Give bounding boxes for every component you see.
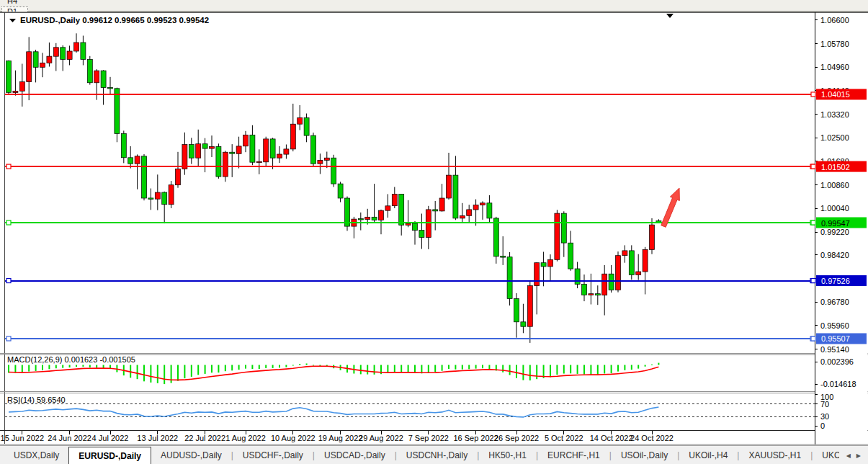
candle-up (67, 51, 72, 60)
candle-down (501, 256, 506, 258)
candle-up (318, 160, 323, 164)
chart-tab-hk50-h1[interactable]: HK50-,H1 (479, 446, 536, 464)
chart-canvas: 1.066001.057801.049601.041401.033201.025… (0, 0, 868, 464)
candle-up (284, 149, 289, 154)
rsi-tick-label: 30 (820, 412, 829, 421)
chart-tab-eurusd-daily[interactable]: EURUSD-,Daily (68, 447, 151, 464)
date-label: 29 Aug 2022 (359, 434, 403, 442)
candle-up (622, 251, 627, 256)
date-label: 1 Aug 2022 (225, 434, 266, 442)
candle-down (81, 43, 86, 60)
candle-down (358, 219, 363, 220)
chart-tab-ukoil-daily[interactable]: UKOil-,Daily (813, 446, 838, 464)
candle-down (595, 294, 600, 295)
candle-down (582, 285, 587, 295)
macd-label: MACD(12,26,9) 0.001623 -0.001505 (7, 355, 135, 364)
candle-up (290, 124, 295, 149)
candle-up (74, 43, 79, 51)
line-handle[interactable] (811, 336, 815, 341)
chart-tab-xauusd-h1[interactable]: XAUUSD-,H1 (739, 446, 810, 464)
price-tick-label: 1.00040 (820, 204, 849, 213)
candle-down (575, 269, 580, 285)
candle-up (460, 215, 465, 218)
candle-down (270, 139, 275, 158)
candle-up (236, 146, 241, 153)
rsi-tick-label: 70 (820, 400, 829, 409)
date-label: 14 Oct 2022 (590, 434, 633, 442)
chart-tabs: USDX,DailyEURUSD-,DailyAUDUSD-,Daily|USD… (0, 446, 839, 464)
candle-up (40, 63, 45, 67)
candle-down (561, 213, 566, 243)
line-handle[interactable] (6, 164, 11, 169)
candle-up (223, 152, 228, 177)
chart-tab-usdx-daily[interactable]: USDX,Daily (4, 446, 68, 464)
candle-down (453, 175, 458, 218)
date-label: 4 Jul 2022 (92, 434, 129, 442)
date-label: 15 Jun 2022 (1, 434, 45, 442)
chart-tab-usdchf-daily[interactable]: USDCHF-,Daily (233, 446, 313, 464)
price-level-badge-label: 0.99547 (821, 219, 850, 228)
line-handle[interactable] (811, 92, 815, 97)
chart-tab-audusd-daily[interactable]: AUDUSD-,Daily (151, 446, 231, 464)
candle-up (256, 161, 261, 163)
candle-up (47, 56, 52, 63)
candle-down (142, 156, 147, 198)
price-tick-label: 1.02500 (820, 133, 849, 142)
candle-up (196, 144, 201, 159)
candle-down (189, 145, 194, 159)
candle-up (277, 154, 282, 158)
tab-scroll-right-icon[interactable]: ▶ (856, 452, 861, 459)
chart-tab-usoil-daily[interactable]: USOil-,Daily (612, 446, 677, 464)
candle-up (176, 169, 181, 184)
candle-down (162, 192, 167, 205)
price-level-badge-label: 0.97526 (821, 277, 850, 285)
candle-up (527, 286, 532, 327)
candle-down (433, 210, 438, 211)
chart-title-ohlc: EURUSD-,Daily 0.99612 0.99665 0.99523 0.… (20, 16, 209, 24)
rsi-label: RSI(14) 59.6540 (7, 396, 66, 404)
candle-up (643, 249, 648, 272)
candle-down (413, 223, 418, 231)
line-handle[interactable] (6, 279, 11, 283)
price-level-badge-label: 0.95507 (821, 334, 850, 343)
candle-down (250, 135, 255, 162)
price-tick-label: 1.06600 (820, 16, 849, 24)
candle-down (514, 299, 519, 322)
candle-up (210, 146, 215, 148)
candle-up (27, 52, 32, 82)
candle-up (650, 225, 655, 249)
rsi-tick-label: 0 (820, 421, 825, 430)
candle-up (182, 145, 187, 169)
chart-tab-eurchf-h1[interactable]: EURCHF-,H1 (538, 446, 609, 464)
candle-down (609, 274, 614, 290)
candle-down (6, 61, 12, 93)
line-handle[interactable] (811, 164, 815, 169)
candle-down (148, 198, 153, 200)
date-label: 5 Oct 2022 (545, 434, 583, 442)
candle-up (324, 158, 329, 160)
date-label: 7 Sep 2022 (408, 434, 449, 442)
chart-tab-usdcnh-daily[interactable]: USDCNH-,Daily (397, 446, 477, 464)
candle-up (467, 210, 472, 215)
candle-up (385, 206, 390, 210)
candle-up (365, 217, 370, 219)
candle-up (155, 192, 160, 199)
candle-up (297, 117, 303, 124)
chart-background (0, 12, 868, 445)
candle-up (169, 185, 174, 205)
candle-down (372, 217, 377, 220)
price-level-badge-label: 1.01502 (821, 163, 850, 171)
candle-up (379, 210, 384, 220)
candle-up (602, 274, 607, 295)
candle-down (230, 152, 235, 153)
line-handle[interactable] (811, 279, 815, 283)
candle-up (616, 256, 621, 290)
tab-scroll-left-icon[interactable]: ◀ (846, 452, 851, 459)
chart-tab-usdcad-daily[interactable]: USDCAD-,Daily (315, 446, 395, 464)
chart-tab-ukoil-h4[interactable]: UKOil-,H4 (679, 446, 737, 464)
line-handle[interactable] (811, 220, 815, 225)
price-tick-label: 0.98420 (820, 251, 849, 259)
line-handle[interactable] (6, 336, 11, 341)
line-handle[interactable] (6, 220, 11, 225)
price-tick-label: 1.05780 (820, 40, 849, 48)
